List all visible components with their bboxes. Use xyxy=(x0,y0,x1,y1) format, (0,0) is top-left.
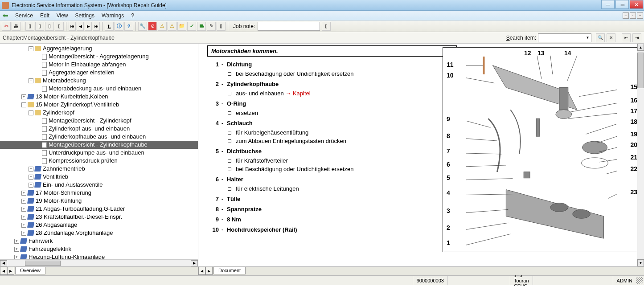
tree-item[interactable]: Motor in Einbaulage abfangen xyxy=(0,61,198,69)
expand-icon[interactable]: + xyxy=(29,183,33,188)
tree-item[interactable]: +Fahrwerk xyxy=(0,237,198,245)
book-icon xyxy=(34,174,41,180)
search-expand-button[interactable]: ⇤ xyxy=(622,33,631,42)
expand-icon[interactable]: + xyxy=(21,223,26,228)
expand-icon[interactable]: + xyxy=(14,239,19,244)
print-button[interactable]: 🖶 xyxy=(12,22,21,31)
menu-help[interactable]: ? xyxy=(127,11,138,20)
tree-item[interactable]: +23 Kraftstoffaufber.-Diesel-Einspr. xyxy=(0,213,198,221)
tree-item-label: Zylinderkopfhaube aus- und einbauen xyxy=(49,133,146,141)
tab-overview[interactable]: Overview xyxy=(15,267,45,274)
tree-item[interactable]: +Fahrzeugelektrik xyxy=(0,245,198,253)
tree-item[interactable]: -Zylinderkopf xyxy=(0,109,198,117)
tree-item[interactable]: +21 Abgas-Turboaufladung,G-Lader xyxy=(0,205,198,213)
tree-item[interactable]: Motorabdeckung aus- und einbauen xyxy=(0,85,198,93)
tree-item[interactable]: +19 Motor-Kühlung xyxy=(0,197,198,205)
menu-edit[interactable]: Edit xyxy=(37,11,53,20)
expand-icon[interactable]: + xyxy=(21,231,26,236)
tree-item[interactable]: Montageübersicht - Aggregatelagerung xyxy=(0,53,198,61)
menu-view[interactable]: View xyxy=(53,11,72,20)
tool-button[interactable]: t. xyxy=(105,22,114,31)
expand-icon[interactable]: + xyxy=(21,207,26,212)
search-combo[interactable]: ▼ xyxy=(538,33,591,42)
tree-item[interactable]: +17 Motor-Schmierung xyxy=(0,189,198,197)
job-note-input[interactable] xyxy=(258,22,320,31)
tree-item[interactable]: +Zahnriementrieb xyxy=(0,165,198,173)
note-button[interactable]: ▯ xyxy=(217,22,226,31)
tree-item[interactable]: Zylinderkopf aus- und einbauen xyxy=(0,125,198,133)
chapter-link[interactable]: → Kapitel xyxy=(285,90,310,97)
tree-item[interactable]: Zylinderkopfhaube aus- und einbauen xyxy=(0,133,198,141)
doc-button-4[interactable]: ▯ xyxy=(55,22,64,31)
tree-item[interactable]: -Motorabdeckung xyxy=(0,77,198,85)
expand-icon[interactable]: + xyxy=(21,191,26,196)
content-tab-prev-button[interactable]: ◀ xyxy=(198,267,205,275)
content-vertical-scrollbar[interactable]: ▲▼ xyxy=(637,44,644,266)
nav-first-button[interactable]: ⏮ xyxy=(69,22,76,31)
job-note-submit-button[interactable]: ▯ xyxy=(322,22,331,31)
tab-document[interactable]: Document xyxy=(213,267,246,274)
cut-button[interactable]: ✂ xyxy=(2,22,11,31)
tree-item[interactable]: +Ventiltrieb xyxy=(0,173,198,181)
mdi-restore-button[interactable]: ▫ xyxy=(630,12,636,19)
menu-service[interactable]: Service xyxy=(12,11,37,20)
wrench-button[interactable]: 🔧 xyxy=(138,22,147,31)
help-button[interactable]: ? xyxy=(124,22,133,31)
nav-prev-button[interactable]: ◀ xyxy=(77,22,84,31)
minimize-button[interactable]: — xyxy=(601,0,615,9)
content-tab-next-button[interactable]: ▶ xyxy=(205,267,213,275)
doc-button-3[interactable]: ▯ xyxy=(45,22,54,31)
tree-horizontal-scrollbar[interactable]: ◀▶ xyxy=(0,259,198,266)
tree-item[interactable]: +26 Abgasanlage xyxy=(0,221,198,229)
tree-item[interactable]: Kompressionsdruck prüfen xyxy=(0,157,198,165)
menu-settings[interactable]: Settings xyxy=(72,11,98,20)
mdi-minimize-button[interactable]: – xyxy=(623,12,629,19)
info-button[interactable]: ⓘ xyxy=(115,22,123,31)
tree-tab-next-button[interactable]: ▶ xyxy=(7,267,14,275)
tree-view[interactable]: -AggregatelagerungMontageübersicht - Agg… xyxy=(0,44,198,259)
maximize-button[interactable]: ▭ xyxy=(615,0,629,9)
tree-tab-prev-button[interactable]: ◀ xyxy=(0,267,7,275)
tree-item[interactable]: -15 Motor-Zylinderkopf,Ventiltrieb xyxy=(0,101,198,109)
expand-icon[interactable]: + xyxy=(21,215,26,220)
book-icon xyxy=(27,206,34,212)
expand-icon[interactable]: + xyxy=(29,175,33,180)
tree-item[interactable]: +28 Zündanlage,Vorglühanlage xyxy=(0,229,198,237)
tree-item[interactable]: Unterdruckpumpe aus- und einbauen xyxy=(0,149,198,157)
doc-button-2[interactable]: ▯ xyxy=(35,22,44,31)
expand-icon[interactable]: + xyxy=(14,255,19,260)
edit-button[interactable]: ✎ xyxy=(207,22,216,31)
expand-icon[interactable]: + xyxy=(21,199,26,204)
expand-icon[interactable]: + xyxy=(29,167,33,172)
search-collapse-button[interactable]: ⇥ xyxy=(632,33,641,42)
expand-icon[interactable]: + xyxy=(14,247,19,252)
doc-button-1[interactable]: ▯ xyxy=(25,22,34,31)
resize-grip-icon[interactable] xyxy=(636,277,643,284)
search-go-button[interactable]: 🔍 xyxy=(596,33,605,42)
nav-next-button[interactable]: ▶ xyxy=(85,22,92,31)
tree-item[interactable]: +Heizung-Lüftung-Klimaanlage xyxy=(0,253,198,259)
menu-warnings[interactable]: Warnings xyxy=(98,11,127,20)
stop-button[interactable]: ⊘ xyxy=(148,22,157,31)
tree-item[interactable]: +13 Motor-Kurbeltrieb,Kolben xyxy=(0,93,198,101)
tree-item[interactable]: -Aggregatelagerung xyxy=(0,45,198,53)
collapse-icon[interactable]: - xyxy=(29,110,33,115)
collapse-icon[interactable]: - xyxy=(21,102,26,107)
warning-triangle-2-button[interactable]: ⚠ xyxy=(168,22,176,31)
collapse-icon[interactable]: - xyxy=(29,78,33,83)
green-button[interactable]: ✔ xyxy=(187,22,196,31)
tree-item[interactable]: Montageübersicht - Zylinderkopf xyxy=(0,117,198,125)
folder-button[interactable]: 📁 xyxy=(177,22,186,31)
warning-triangle-button[interactable]: ⚠ xyxy=(158,22,167,31)
tree-item[interactable]: Aggregatelager einstellen xyxy=(0,69,198,77)
expand-icon[interactable]: + xyxy=(21,94,26,99)
car-button[interactable]: ⛟ xyxy=(197,22,206,31)
tree-item[interactable]: +Ein- und Auslassventile xyxy=(0,181,198,189)
nav-last-button[interactable]: ⏭ xyxy=(93,22,100,31)
close-button[interactable]: ✕ xyxy=(630,0,643,9)
mdi-close-button[interactable]: × xyxy=(637,12,643,19)
collapse-icon[interactable]: - xyxy=(29,46,33,51)
diagram-callout: 14 xyxy=(564,49,571,57)
search-clear-button[interactable]: ✕ xyxy=(607,33,615,42)
tree-item[interactable]: Montageübersicht - Zylinderkopfhaube xyxy=(0,141,198,149)
